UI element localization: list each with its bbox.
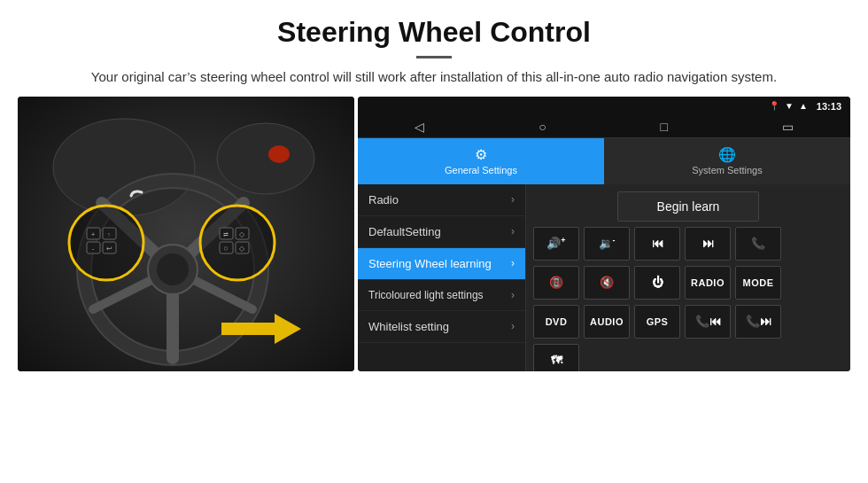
media-nav-icon[interactable]: ▭: [782, 120, 794, 134]
wifi-icon: ▼: [785, 101, 794, 111]
status-time: 13:13: [817, 101, 841, 112]
control-row-3: DVD AUDIO GPS 📞⏮ 📞⏭: [533, 305, 843, 339]
android-ui: 📍 ▼ ▲ 13:13 ◁ ○ □ ▭ ⚙ General Settings 🌐…: [358, 97, 850, 371]
svg-point-3: [268, 145, 290, 163]
home-nav-icon[interactable]: ○: [539, 120, 546, 134]
nav-bar: ◁ ○ □ ▭: [358, 116, 850, 138]
svg-text:◇: ◇: [239, 245, 245, 253]
menu-item-whitelist[interactable]: Whitelist setting ›: [358, 311, 525, 343]
begin-learn-row: Begin learn: [533, 191, 843, 222]
globe-icon: 🌐: [718, 146, 736, 163]
dvd-label: DVD: [546, 316, 568, 327]
menu-item-radio[interactable]: Radio ›: [358, 184, 525, 216]
tab-system-settings[interactable]: 🌐 System Settings: [604, 138, 850, 184]
vol-up-icon: 🔊+: [546, 236, 565, 250]
car-image-area: + ↑ - ↩ ⇌ ◇ ○ ◇: [18, 97, 354, 371]
control-row-1: 🔊+ 🔉- ⏮ ⏭ 📞: [533, 227, 843, 261]
svg-point-2: [217, 123, 314, 194]
location-icon: 📍: [769, 101, 779, 111]
back-nav-icon[interactable]: ◁: [415, 120, 424, 134]
right-panel: Begin learn 🔊+ 🔉- ⏮ ⏭ 📞 📵 🔇 ⏻ RADIO MOD: [526, 184, 850, 371]
gps-button[interactable]: GPS: [634, 305, 680, 339]
menu-steering-label: Steering Wheel learning: [368, 257, 492, 270]
tel-prev-icon: 📞⏮: [695, 315, 721, 328]
vol-down-button[interactable]: 🔉-: [584, 227, 630, 261]
radio-label: RADIO: [691, 277, 725, 288]
chevron-icon: ›: [511, 289, 515, 301]
page-title: Steering Wheel Control: [53, 16, 815, 49]
svg-text:◇: ◇: [239, 230, 245, 238]
power-button[interactable]: ⏻: [634, 266, 680, 300]
chevron-icon: ›: [511, 257, 515, 269]
gps-label: GPS: [647, 316, 669, 327]
call-button[interactable]: 📞: [735, 227, 781, 261]
audio-button[interactable]: AUDIO: [584, 305, 630, 339]
gear-icon: ⚙: [475, 146, 487, 163]
tel-next-button[interactable]: 📞⏭: [735, 305, 781, 339]
tab-general-settings[interactable]: ⚙ General Settings: [358, 138, 604, 184]
control-row-4: 🗺: [533, 344, 843, 371]
mode-button[interactable]: MODE: [735, 266, 781, 300]
signal-icon: ▲: [799, 101, 808, 111]
tel-next-icon: 📞⏭: [746, 315, 771, 328]
main-content: + ↑ - ↩ ⇌ ◇ ○ ◇: [0, 97, 868, 380]
svg-point-12: [157, 253, 189, 285]
tab-bar: ⚙ General Settings 🌐 System Settings: [358, 138, 850, 184]
recents-nav-icon[interactable]: □: [660, 120, 667, 134]
svg-text:↩: ↩: [106, 245, 112, 253]
audio-label: AUDIO: [590, 316, 624, 327]
power-icon: ⏻: [652, 276, 663, 289]
control-row-2: 📵 🔇 ⏻ RADIO MODE: [533, 266, 843, 300]
mute-button[interactable]: 🔇: [584, 266, 630, 300]
call-icon: 📞: [751, 237, 765, 250]
svg-text:↑: ↑: [107, 231, 111, 238]
chevron-icon: ›: [511, 193, 515, 206]
begin-learn-button[interactable]: Begin learn: [617, 191, 759, 222]
page-header: Steering Wheel Control Your original car…: [0, 0, 868, 97]
left-menu: Radio › DefaultSetting › Steering Wheel …: [358, 184, 526, 371]
svg-text:○: ○: [223, 244, 228, 253]
menu-radio-label: Radio: [368, 193, 399, 206]
menu-item-steering[interactable]: Steering Wheel learning ›: [358, 248, 525, 280]
vol-up-button[interactable]: 🔊+: [533, 227, 579, 261]
title-divider: [416, 56, 452, 58]
page-subtitle: Your original car’s steering wheel contr…: [53, 67, 815, 88]
prev-track-button[interactable]: ⏮: [634, 227, 680, 261]
menu-tricolour-label: Tricoloured light settings: [368, 289, 484, 301]
mode-label: MODE: [743, 277, 774, 288]
hang-up-button[interactable]: 📵: [533, 266, 579, 300]
dvd-button[interactable]: DVD: [533, 305, 579, 339]
menu-item-default[interactable]: DefaultSetting ›: [358, 216, 525, 248]
menu-whitelist-label: Whitelist setting: [368, 320, 449, 333]
tel-prev-button[interactable]: 📞⏮: [685, 305, 731, 339]
mute-icon: 🔇: [600, 276, 614, 289]
vol-down-icon: 🔉-: [599, 236, 616, 250]
settings-area: Radio › DefaultSetting › Steering Wheel …: [358, 184, 850, 371]
menu-default-label: DefaultSetting: [368, 225, 441, 238]
tab-system-label: System Settings: [692, 165, 762, 175]
chevron-icon: ›: [511, 225, 515, 238]
tab-general-label: General Settings: [445, 165, 517, 175]
svg-text:⇌: ⇌: [223, 231, 229, 238]
nav-icon: 🗺: [551, 354, 562, 367]
svg-text:-: -: [92, 245, 95, 253]
prev-track-icon: ⏮: [652, 237, 663, 250]
status-bar: 📍 ▼ ▲ 13:13: [358, 97, 850, 116]
next-track-button[interactable]: ⏭: [685, 227, 731, 261]
svg-text:+: +: [91, 230, 96, 238]
steering-wheel-svg: + ↑ - ↩ ⇌ ◇ ○ ◇: [18, 97, 354, 371]
chevron-icon: ›: [511, 320, 515, 332]
nav-button[interactable]: 🗺: [533, 344, 579, 371]
next-track-icon: ⏭: [702, 237, 714, 250]
radio-button[interactable]: RADIO: [685, 266, 731, 300]
menu-item-tricolour[interactable]: Tricoloured light settings ›: [358, 280, 525, 311]
hang-up-icon: 📵: [549, 276, 563, 289]
